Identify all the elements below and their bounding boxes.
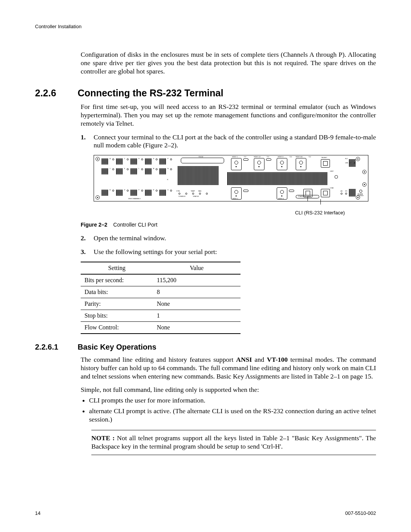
table-row: Data bits:8 <box>81 286 241 298</box>
step-number: 2. <box>81 234 94 243</box>
text: The command line editing and history fea… <box>81 356 236 363</box>
channel-bars <box>102 190 108 196</box>
label-a: A <box>110 158 111 160</box>
label-host12: HOST 1/2 <box>254 156 261 158</box>
label-status: STATUS <box>193 196 199 197</box>
led-dot <box>206 193 208 195</box>
led-dot <box>170 158 172 160</box>
controller-rear-panel-diagram: RS232 A C E G P J <box>94 155 368 201</box>
label-host1: HOST 1 <box>232 156 237 158</box>
led-dot <box>112 158 114 160</box>
channel-bars <box>116 190 123 196</box>
page-number: 14 <box>35 510 40 516</box>
cell-setting: Parity: <box>81 298 153 310</box>
label-cstatus: CSTATUS <box>178 196 185 197</box>
label-place-sn: PLACE S/N HERE <box>298 196 311 197</box>
subsection-paragraph-2: Simple, not full command, line editing o… <box>81 386 376 394</box>
figure-caption: Figure 2–2 Controller CLI Port <box>81 222 376 228</box>
display-window <box>181 158 224 163</box>
label-flt: FLT <box>345 158 348 160</box>
subsection-paragraph-1: The command line editing and history fea… <box>81 356 376 381</box>
term-ansi: ANSI <box>236 356 252 363</box>
led-dot <box>127 190 129 192</box>
figure-2-2: RS232 A C E G P J <box>94 155 376 208</box>
cell-setting: Flow Control: <box>81 321 153 334</box>
label-alarm-silence: ALARM SILENCE <box>357 193 363 197</box>
subsection-number: 2.2.6.1 <box>35 342 66 352</box>
channel-bars <box>131 158 137 165</box>
channel-bars <box>159 158 166 165</box>
step-number: 1. <box>81 133 94 150</box>
channel-bars <box>145 168 151 174</box>
channel-bars <box>102 158 108 165</box>
term-vt100: VT-100 <box>267 356 288 363</box>
channel-bars <box>159 168 166 174</box>
screw-icon <box>362 170 366 174</box>
led-dot <box>345 193 347 195</box>
screw-icon <box>356 157 360 161</box>
channel-bars <box>131 168 137 174</box>
channel-bars <box>131 190 137 196</box>
label-host34: HOST 3/4 <box>296 156 303 158</box>
table-row: Parity:None <box>81 298 241 310</box>
label-telnet: TELNET <box>321 157 327 158</box>
cli-leds <box>243 190 249 192</box>
label-j: J <box>110 168 110 169</box>
vent-bars <box>227 172 327 185</box>
led-dot <box>341 193 342 195</box>
screw-icon <box>96 195 100 200</box>
col-value: Value <box>153 262 241 274</box>
callout-pointer <box>307 197 308 201</box>
step-text: Connect your terminal to the CLI port at… <box>94 133 376 150</box>
page-footer: 14 007-5510-002 <box>35 510 376 516</box>
subsection-heading: 2.2.6.1Basic Key Operations <box>35 342 376 352</box>
note-label: NOTE : <box>91 434 115 442</box>
label-cli: CLI <box>309 156 311 158</box>
vent-bars <box>349 189 355 197</box>
step-text: Open the terminal window. <box>94 234 376 243</box>
led-dot <box>156 190 158 192</box>
cell-setting: Data bits: <box>81 286 153 298</box>
led-dot <box>170 168 172 170</box>
label-cli: CLI <box>267 156 269 158</box>
led-dot <box>112 168 114 170</box>
telnet-port <box>321 159 330 168</box>
label-p: P <box>167 158 169 160</box>
host34-port <box>296 158 306 170</box>
table-header-row: Setting Value <box>81 262 241 274</box>
figure-callout-text: CLI (RS-232 Interface) <box>94 210 345 216</box>
vent-bars <box>349 159 355 167</box>
cell-value: None <box>153 298 241 310</box>
step-number: 3. <box>81 248 94 256</box>
label-host2: HOST 2 <box>233 198 238 200</box>
label-n: N <box>167 168 169 169</box>
label-m: M <box>153 168 154 169</box>
cell-setting: Stop bits: <box>81 310 153 321</box>
list-item: alternate CLI prompt is active. (The alt… <box>89 407 376 424</box>
text: and <box>252 356 267 363</box>
channel-bars <box>145 190 151 196</box>
led-dot <box>170 190 172 192</box>
label-com: COM <box>330 187 333 189</box>
steps-list-continued: 2. Open the terminal window. 3. Use the … <box>81 234 376 256</box>
label-h: H <box>153 189 154 191</box>
section-number: 2.2.6 <box>35 87 66 99</box>
step-3: 3. Use the following settings for your s… <box>81 248 376 256</box>
cell-value: 8 <box>153 286 241 298</box>
led-dot <box>127 168 129 170</box>
channel-bars <box>102 168 108 174</box>
channel-bars <box>116 168 123 174</box>
step-2: 2. Open the terminal window. <box>81 234 376 243</box>
label-f: F <box>139 189 139 191</box>
label-ctrl: CTRL <box>176 190 180 192</box>
label-e: E <box>139 158 140 160</box>
table-row: Stop bits:1 <box>81 310 241 321</box>
bullet-list: CLI prompts the user for more informatio… <box>81 396 376 424</box>
led-dot <box>156 158 158 160</box>
note-block: NOTE : Not all telnet programs support a… <box>91 430 376 455</box>
callout-connector <box>107 201 381 208</box>
host12-port <box>254 158 264 170</box>
label-disk-channels: DISK CHANNELS <box>128 198 140 200</box>
label-fan: FAN <box>198 190 201 192</box>
body-column: Configuration of disks in the enclosures… <box>81 51 376 455</box>
